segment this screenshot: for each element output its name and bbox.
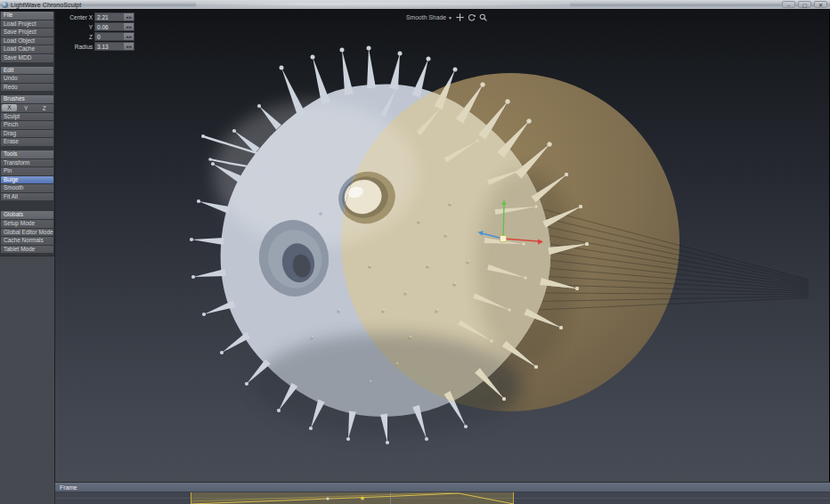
field-label-z: Z: [55, 34, 93, 40]
minimize-button[interactable]: –: [782, 1, 795, 8]
section-file[interactable]: File: [1, 12, 53, 20]
chronosculpt-window: LightWave ChronoSculpt – ▢ ✕ File Load P…: [0, 0, 830, 504]
sidebar-item-load-object[interactable]: Load Object: [1, 37, 53, 45]
zoom-icon[interactable]: [479, 13, 487, 21]
sidebar-item-cache-normals[interactable]: Cache Normals: [1, 237, 53, 245]
titlebar: LightWave ChronoSculpt – ▢ ✕: [0, 0, 830, 9]
shading-mode-dropdown[interactable]: Smooth Shade ▼: [406, 14, 452, 20]
sidebar-item-global-editor-mode[interactable]: Global Editor Mode: [1, 229, 53, 237]
sidebar-item-drag[interactable]: Drag: [1, 130, 53, 138]
timeline-track[interactable]: [55, 492, 830, 504]
chevron-down-icon: ▼: [448, 15, 452, 20]
axis-x-button[interactable]: X: [2, 104, 17, 111]
center-y-spinner-icon[interactable]: ◄►: [124, 23, 134, 30]
close-button[interactable]: ✕: [814, 1, 827, 8]
field-label-radius: Radius: [55, 44, 93, 50]
pan-icon[interactable]: [456, 13, 464, 21]
maximize-button[interactable]: ▢: [798, 1, 811, 8]
shading-mode-label: Smooth Shade: [406, 14, 446, 20]
field-label-center-x: Center X: [55, 14, 93, 20]
sidebar-item-load-cache[interactable]: Load Cache: [1, 45, 53, 53]
axis-z-button[interactable]: Z: [36, 105, 54, 111]
sidebar-item-pin[interactable]: Pin: [1, 167, 53, 175]
sidebar-item-bulge[interactable]: Bulge: [1, 176, 53, 184]
sidebar-item-fit-all[interactable]: Fit All: [1, 193, 53, 201]
sidebar-item-transform[interactable]: Transform: [1, 159, 53, 167]
center-y-input[interactable]: 0.06: [95, 23, 124, 30]
tool-sidebar: File Load Project Save Project Load Obje…: [0, 12, 55, 482]
section-brushes[interactable]: Brushes: [1, 95, 53, 103]
keyframe-dot-yellow[interactable]: [361, 497, 364, 500]
sidebar-item-sculpt[interactable]: Sculpt: [1, 113, 53, 121]
frame-label: Frame: [60, 484, 77, 491]
timeline-left-spacer: [0, 482, 55, 504]
window-title: LightWave ChronoSculpt: [11, 2, 81, 8]
sidebar-item-redo[interactable]: Redo: [1, 84, 53, 92]
brush-coordinates-panel: Center X 2.21 ◄► Y 0.06 ◄► Z: [55, 12, 134, 52]
sidebar-item-load-project[interactable]: Load Project: [1, 20, 53, 28]
sidebar-item-erase[interactable]: Erase: [1, 138, 53, 146]
keyframe-dot-white[interactable]: [326, 497, 329, 500]
sidebar-item-setup-mode[interactable]: Setup Mode: [1, 220, 53, 228]
radius-input[interactable]: 3.13: [95, 43, 124, 50]
sidebar-item-save-project[interactable]: Save Project: [1, 28, 53, 37]
section-edit[interactable]: Edit: [1, 67, 53, 75]
sidebar-item-save-mdd[interactable]: Save MDD: [1, 54, 53, 62]
center-x-input[interactable]: 2.21: [95, 13, 124, 20]
sidebar-item-tablet-mode[interactable]: Tablet Mode: [1, 246, 53, 254]
current-frame-cursor[interactable]: [390, 492, 391, 504]
scene-canvas: [55, 12, 829, 482]
center-z-spinner-icon[interactable]: ◄►: [124, 33, 134, 40]
center-z-input[interactable]: 0: [95, 33, 124, 40]
center-x-spinner-icon[interactable]: ◄►: [124, 13, 134, 20]
sidebar-empty-area: [0, 256, 54, 482]
orbit-icon[interactable]: [468, 13, 476, 21]
section-globals[interactable]: Globals: [1, 211, 53, 219]
section-tools[interactable]: Tools: [1, 150, 53, 159]
timeline-curves: [55, 492, 830, 504]
field-label-y: Y: [55, 24, 93, 30]
timeline-area: Frame: [0, 482, 830, 504]
viewport-toolbar: Smooth Shade ▼: [406, 13, 487, 21]
app-icon: [2, 2, 8, 8]
sidebar-item-smooth[interactable]: Smooth: [1, 184, 53, 192]
frame-header[interactable]: Frame: [55, 482, 830, 492]
axis-selector: X Y Z: [1, 104, 53, 112]
sidebar-item-pinch[interactable]: Pinch: [1, 121, 53, 129]
axis-y-button[interactable]: Y: [17, 105, 36, 111]
radius-spinner-icon[interactable]: ◄►: [124, 43, 134, 50]
viewport-3d[interactable]: Center X 2.21 ◄► Y 0.06 ◄► Z: [55, 12, 829, 482]
sidebar-item-undo[interactable]: Undo: [1, 75, 53, 83]
